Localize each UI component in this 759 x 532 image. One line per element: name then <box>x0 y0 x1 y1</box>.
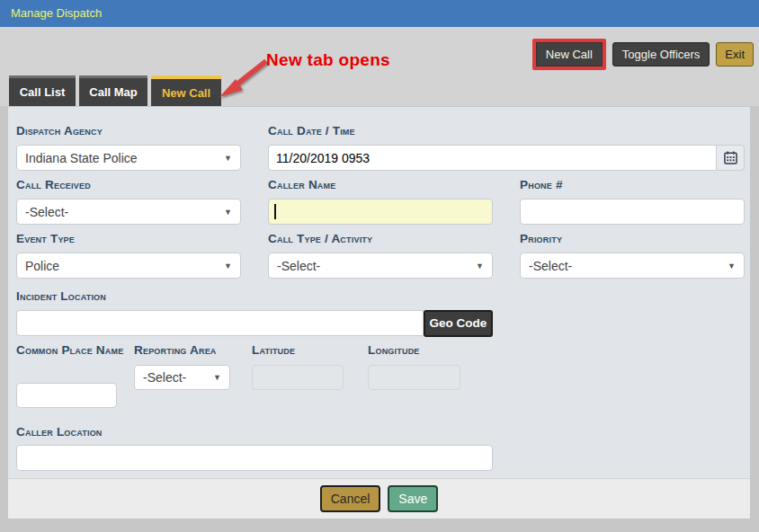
caller-location-label: Caller Location <box>16 423 103 441</box>
call-datetime-label: Call Date / Time <box>268 122 355 140</box>
call-type-select[interactable]: -Select- ▼ <box>268 253 493 279</box>
event-type-select[interactable]: Police ▼ <box>16 253 241 279</box>
dispatch-agency-label: Dispatch Agency <box>16 122 103 140</box>
tab-call-list[interactable]: Call List <box>9 75 76 106</box>
annotation-text: New tab opens <box>266 50 390 70</box>
chevron-down-icon: ▼ <box>728 262 736 270</box>
call-received-select[interactable]: -Select- ▼ <box>16 199 241 225</box>
latitude-label: Latitude <box>252 341 295 359</box>
call-type-value: -Select- <box>277 259 320 273</box>
longitude-label: Longitude <box>368 341 420 359</box>
incident-location-label: Incident Location <box>16 288 106 306</box>
latitude-input <box>252 365 344 390</box>
caller-name-label: Caller Name <box>268 176 335 194</box>
chevron-down-icon: ▼ <box>224 262 232 270</box>
longitude-input <box>368 365 460 390</box>
calendar-button[interactable] <box>717 145 745 171</box>
call-received-label: Call Received <box>16 176 91 194</box>
tab-call-map[interactable]: Call Map <box>79 75 147 106</box>
reporting-area-label: Reporting Area <box>134 341 217 359</box>
common-place-name-label: Common Place Name <box>16 341 126 359</box>
phone-input[interactable] <box>520 199 745 225</box>
dispatch-agency-value: Indiana State Police <box>25 151 138 165</box>
call-datetime-input[interactable] <box>268 145 717 171</box>
call-type-label: Call Type / Activity <box>268 230 372 248</box>
priority-label: Priority <box>520 230 562 248</box>
event-type-label: Event Type <box>16 230 75 248</box>
reporting-area-value: -Select- <box>143 370 186 385</box>
tab-new-call[interactable]: New Call <box>151 75 221 106</box>
chevron-down-icon: ▼ <box>224 208 232 217</box>
form-footer: Cancel Save <box>8 478 750 519</box>
priority-value: -Select- <box>529 259 572 273</box>
call-datetime-group <box>268 145 745 171</box>
text-cursor <box>274 204 276 219</box>
caller-name-input[interactable] <box>268 199 493 225</box>
toggle-officers-button[interactable]: Toggle Officers <box>612 42 710 66</box>
new-call-button-highlight: New Call <box>532 39 606 70</box>
exit-button[interactable]: Exit <box>716 42 754 66</box>
call-received-value: -Select- <box>25 205 68 219</box>
window-titlebar: Manage Dispatch <box>0 0 759 27</box>
tab-bar: Call List Call Map New Call <box>9 75 225 106</box>
incident-location-input[interactable] <box>16 310 424 336</box>
save-button[interactable]: Save <box>388 485 438 512</box>
incident-location-group: Geo Code <box>16 310 493 337</box>
geo-code-button[interactable]: Geo Code <box>424 310 493 337</box>
dispatch-agency-select[interactable]: Indiana State Police ▼ <box>16 145 241 171</box>
phone-label: Phone # <box>520 176 563 194</box>
chevron-down-icon: ▼ <box>476 262 484 270</box>
priority-select[interactable]: -Select- ▼ <box>520 253 745 279</box>
new-call-button[interactable]: New Call <box>536 42 603 66</box>
common-place-name-input[interactable] <box>16 383 117 408</box>
toolbar: New Call Toggle Officers Exit <box>532 39 754 70</box>
chevron-down-icon: ▼ <box>213 373 221 382</box>
calendar-icon <box>724 151 737 164</box>
new-call-form-panel: Dispatch Agency Indiana State Police ▼ C… <box>7 106 751 519</box>
caller-name-wrap <box>268 199 493 225</box>
window-title: Manage Dispatch <box>11 6 102 20</box>
cancel-button[interactable]: Cancel <box>320 485 381 512</box>
reporting-area-select[interactable]: -Select- ▼ <box>134 365 230 390</box>
chevron-down-icon: ▼ <box>224 154 232 163</box>
caller-location-input[interactable] <box>16 445 493 471</box>
event-type-value: Police <box>25 259 59 273</box>
